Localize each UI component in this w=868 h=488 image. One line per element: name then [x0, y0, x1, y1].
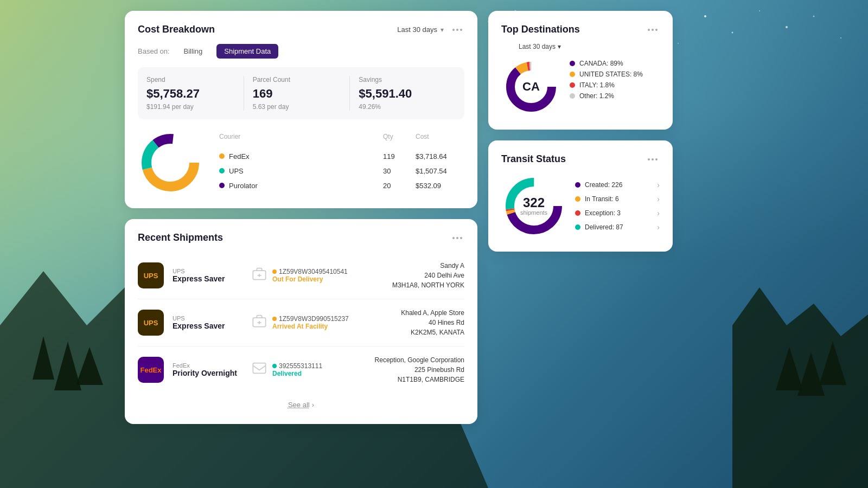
savings-stat: Savings $5,591.40 49.26%: [350, 76, 456, 111]
carrier-logo: UPS: [138, 262, 164, 288]
tracking-number: 1Z59V8W30495410541: [272, 268, 348, 275]
transit-legend-item[interactable]: Created: 226 ›: [575, 181, 660, 189]
cost-donut-svg: [138, 130, 203, 195]
shipment-status: Delivered: [272, 370, 322, 377]
shipments-title: Recent Shipments: [138, 232, 223, 243]
courier-color-dot: [219, 183, 225, 188]
carrier-info: UPS Express Saver: [173, 315, 243, 330]
destinations-legend: CANADA: 89% UNITED STATES: 8% ITALY: 1.8…: [570, 60, 660, 100]
spend-label: Spend: [146, 76, 235, 84]
dest-chevron-icon: ▾: [558, 43, 561, 50]
courier-name: UPS: [219, 167, 383, 175]
transit-legend-label: Delivered: 87: [585, 223, 623, 231]
stats-row: Spend $5,758.27 $191.94 per day Parcel C…: [138, 67, 464, 119]
shipment-tab[interactable]: Shipment Data: [216, 44, 278, 59]
dest-center-label: CA: [501, 57, 561, 117]
address-line1: 240 Delhi Ave: [392, 271, 464, 280]
shipments-header: Recent Shipments: [138, 232, 464, 243]
transit-legend-item[interactable]: Delivered: 87 ›: [575, 223, 660, 232]
destinations-content: Last 30 days ▾: [501, 43, 660, 117]
transit-legend-item[interactable]: In Transit: 6 ›: [575, 195, 660, 203]
courier-cost: $532.09: [416, 182, 464, 190]
dot1: [648, 158, 650, 160]
billing-tab[interactable]: Billing: [176, 44, 210, 59]
carrier-info: FedEx Priority Overnight: [173, 362, 243, 377]
courier-table: Courier Qty Cost FedEx 119 $3,718.64 UPS…: [219, 133, 464, 193]
left-column: Cost Breakdown Last 30 days ▾ Based on: …: [125, 11, 477, 424]
based-on-row: Based on: Billing Shipment Data: [138, 44, 464, 59]
transit-color-dot: [575, 210, 580, 216]
destination-legend-item: CANADA: 89%: [570, 60, 660, 67]
courier-name-label: FedEx: [229, 152, 250, 160]
courier-color-dot: [219, 168, 225, 174]
transit-donut-chart: 322 shipments: [501, 174, 566, 239]
see-all-row[interactable]: See all ›: [138, 393, 464, 411]
savings-value: $5,591.40: [359, 87, 447, 101]
spend-value: $5,758.27: [146, 87, 235, 101]
destination-legend-item: UNITED STATES: 8%: [570, 70, 660, 78]
see-all-chevron-icon: ›: [312, 401, 314, 409]
dot1: [648, 29, 650, 31]
courier-table-header: Courier Qty Cost: [219, 133, 464, 144]
dot1: [452, 29, 455, 31]
transit-chevron-icon: ›: [657, 195, 660, 203]
transit-legend-left: In Transit: 6: [575, 195, 619, 203]
cost-col-header: Cost: [416, 133, 464, 140]
transit-legend-left: Delivered: 87: [575, 223, 623, 231]
address-line1: 225 Pinebush Rd: [375, 365, 464, 375]
qty-col-header: Qty: [383, 133, 416, 140]
cost-breakdown-header: Cost Breakdown Last 30 days ▾: [138, 24, 464, 35]
tracking-info: 392555313111 Delivered: [272, 362, 322, 377]
dot2: [652, 29, 654, 31]
courier-name: Purolator: [219, 182, 383, 190]
shipment-item[interactable]: UPS UPS Express Saver 1Z59V8W3D990515237…: [138, 299, 464, 346]
shipment-item[interactable]: FedEx FedEx Priority Overnight 392555313…: [138, 346, 464, 393]
transit-menu[interactable]: [646, 156, 660, 163]
dot3: [460, 237, 462, 239]
courier-row: FedEx 119 $3,718.64: [219, 149, 464, 164]
dest-period-selector[interactable]: Last 30 days ▾: [519, 43, 561, 50]
carrier-info: UPS Express Saver: [173, 268, 243, 283]
shipment-status: Arrived At Facility: [272, 323, 349, 330]
tracking-area: 392555313111 Delivered: [252, 361, 366, 379]
period-selector[interactable]: Last 30 days ▾: [397, 25, 444, 34]
courier-row: UPS 30 $1,507.54: [219, 164, 464, 178]
address-line2: N1T1B9, CAMBRIDGE: [375, 375, 464, 384]
carrier-name-label: FedEx: [173, 362, 243, 369]
transit-header: Transit Status: [501, 153, 660, 165]
see-all-link[interactable]: See all: [288, 401, 310, 409]
destinations-menu[interactable]: [646, 27, 660, 33]
courier-name-label: UPS: [229, 167, 244, 175]
period-chevron-icon: ▾: [441, 26, 444, 34]
transit-number: 322: [523, 196, 545, 209]
dot2: [456, 29, 458, 31]
shipment-list: UPS UPS Express Saver 1Z59V8W30495410541…: [138, 252, 464, 393]
spend-sub: $191.94 per day: [146, 103, 235, 111]
transit-chevron-icon: ›: [657, 223, 660, 232]
shipment-item[interactable]: UPS UPS Express Saver 1Z59V8W30495410541…: [138, 252, 464, 299]
chart-row: Courier Qty Cost FedEx 119 $3,718.64 UPS…: [138, 130, 464, 195]
status-indicator-dot: [272, 269, 277, 274]
destinations-title: Top Destinations: [501, 24, 580, 35]
status-indicator-dot: [272, 317, 277, 321]
status-indicator-dot: [272, 364, 277, 368]
legend-label: Other: 1.2%: [579, 92, 614, 100]
cost-breakdown-card: Cost Breakdown Last 30 days ▾ Based on: …: [125, 11, 477, 208]
legend-color-dot: [570, 93, 575, 99]
recipient-name: Khaled A, Apple Store: [401, 308, 464, 318]
carrier-logo: FedEx: [138, 357, 164, 383]
carrier-name-label: UPS: [173, 268, 243, 274]
transit-legend-item[interactable]: Exception: 3 ›: [575, 209, 660, 217]
based-on-label: Based on:: [138, 47, 170, 55]
courier-row: Purolator 20 $532.09: [219, 178, 464, 193]
parcel-value: 169: [253, 87, 341, 101]
box-icon: [252, 266, 267, 285]
dot3: [655, 29, 658, 31]
destination-legend-item: Other: 1.2%: [570, 92, 660, 100]
content-area: Cost Breakdown Last 30 days ▾ Based on: …: [0, 0, 868, 488]
cost-breakdown-menu[interactable]: [450, 27, 464, 33]
carrier-service: Priority Overnight: [173, 369, 243, 377]
transit-status-card: Transit Status: [488, 140, 673, 252]
shipments-menu[interactable]: [450, 235, 464, 241]
transit-content: 322 shipments Created: 226 › In Transit:…: [501, 174, 660, 239]
